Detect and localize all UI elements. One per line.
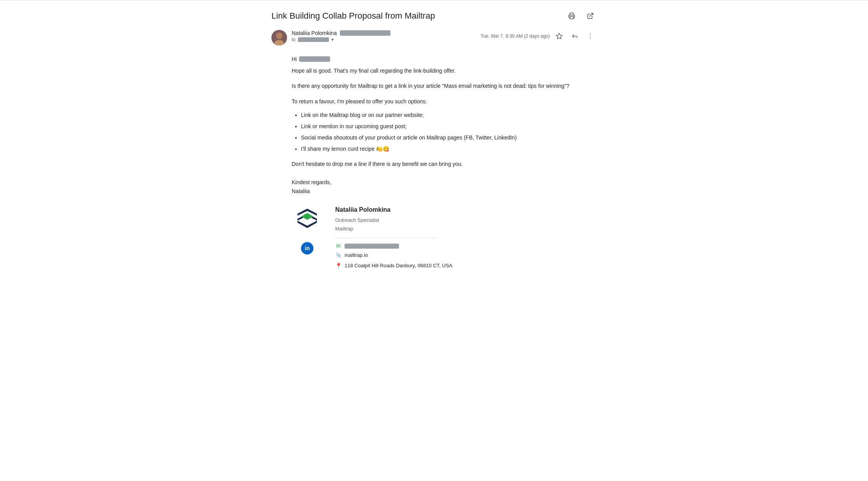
recipient-details-toggle[interactable]: ▾ [331,37,334,42]
sender-name-row: Nataliia Polomkina [292,30,390,36]
offer-list: Link on the Mailtrap blog or on our part… [301,111,597,153]
sign-off-text: Kindest regards, [292,178,597,186]
closing-line: Don't hesitate to drop me a line if ther… [292,160,597,169]
website-icon: 📎 [335,253,341,259]
email-signature: in Nataliia Polomkina Outreach Specialis… [292,205,597,270]
print-button[interactable] [565,10,578,22]
sig-company: Mailtrap [335,225,597,233]
location-icon: 📍 [335,263,341,269]
sender-email-redacted [340,30,390,36]
list-item: Link on the Mailtrap blog or on our part… [301,111,597,120]
svg-rect-0 [570,17,574,19]
to-row: to ▾ [292,37,390,42]
body-paragraph-2: Is there any opportunity for Mailtrap to… [292,82,597,91]
sender-section: Nataliia Polomkina to ▾ [271,30,390,45]
svg-point-8 [590,36,591,37]
sig-website-row: 📎 mailtrap.io [335,251,597,260]
linkedin-badge[interactable]: in [301,242,313,254]
list-item: Social media shoutouts of your product o… [301,133,597,142]
sign-name: Nataliia [292,187,597,195]
sig-email-redacted [345,244,399,249]
email-subject: Link Building Collab Proposal from Mailt… [271,11,435,21]
sig-website: mailtrap.io [345,251,368,260]
email-title-bar: Link Building Collab Proposal from Mailt… [271,10,597,22]
mailtrap-logo-icon [292,205,323,236]
email-meta-right: Tue, Mar 7, 9:30 AM (2 days ago) [481,30,597,42]
email-meta: Nataliia Polomkina to ▾ Tue, Mar 7, 9:30… [271,30,597,45]
avatar-image [271,30,287,45]
reply-icon [571,33,578,40]
external-link-icon [587,12,594,19]
sig-address: 118 Coalpit Hill Roads Danbury, 06810 CT… [345,262,452,270]
greeting-line: Hi [292,55,597,63]
sig-full-name: Nataliia Polomkina [335,205,597,215]
sig-contact-details: ✉ 📎 mailtrap.io 📍 118 Coalpit Hill Roads… [335,243,597,270]
more-vertical-icon [587,33,594,40]
list-item: I'll share my lemon curd recipe 🍋😋 [301,145,597,153]
print-icon [568,12,575,19]
recipient-redacted [298,37,329,42]
email-body: Hi Hope all is good. That's my final cal… [271,55,597,270]
signature-info: Nataliia Polomkina Outreach Specialist M… [335,205,597,270]
body-paragraph-3: To return a favour, I'm pleased to offer… [292,97,597,106]
greeting-hi: Hi [292,55,297,63]
svg-point-7 [590,34,591,35]
sig-email-row: ✉ [335,243,597,249]
body-paragraph-1: Hope all is good. That's my final call r… [292,66,597,75]
star-icon [556,33,563,40]
svg-point-9 [590,38,591,38]
to-label: to [292,37,296,42]
sig-address-row: 📍 118 Coalpit Hill Roads Danbury, 06810 … [335,262,597,270]
open-new-window-button[interactable] [584,10,597,22]
svg-line-1 [590,13,593,16]
mailtrap-logo-section: in [292,205,323,254]
list-item: Link or mention in our upcoming guest po… [301,122,597,131]
email-timestamp: Tue, Mar 7, 9:30 AM (2 days ago) [481,33,550,39]
title-actions [565,10,597,22]
more-options-button[interactable] [584,30,597,42]
reply-button[interactable] [569,30,581,42]
body-paragraph-2-text: Is there any opportunity for Mailtrap to… [292,83,569,89]
sig-divider [335,238,436,238]
sender-name: Nataliia Polomkina [292,30,337,36]
sig-job-title: Outreach Specialist [335,216,597,225]
email-signoff: Kindest regards, Nataliia [292,178,597,195]
avatar [271,30,287,45]
svg-marker-6 [556,33,562,39]
recipient-name-redacted [299,56,330,62]
svg-point-5 [276,33,282,38]
email-contact-icon: ✉ [335,243,341,249]
sender-info: Nataliia Polomkina to ▾ [292,30,390,42]
star-button[interactable] [553,30,565,42]
